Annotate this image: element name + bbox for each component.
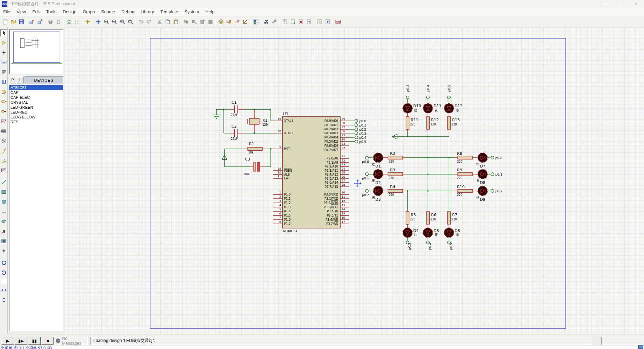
menu-edit[interactable]: Edit bbox=[29, 8, 43, 15]
terminal[interactable] bbox=[355, 136, 358, 139]
x-mirror-button[interactable] bbox=[0, 287, 7, 294]
resistor-body[interactable] bbox=[388, 156, 403, 159]
rotate-anticlockwise-button[interactable] bbox=[0, 269, 7, 276]
block-copy-button[interactable] bbox=[182, 18, 190, 26]
device-item-led-yellow[interactable]: LED-YELLOW bbox=[9, 115, 63, 119]
cut-button[interactable] bbox=[155, 18, 163, 26]
wire[interactable] bbox=[265, 149, 271, 167]
decompose-button[interactable] bbox=[241, 18, 249, 26]
schematic-canvas[interactable]: C122pFC222pFX112MR110kC310uFU1AT89C5119X… bbox=[65, 27, 644, 334]
device-item-cap-elec[interactable]: CAP-ELEC bbox=[9, 95, 63, 100]
terminal[interactable] bbox=[448, 96, 450, 99]
menu-view[interactable]: View bbox=[13, 8, 29, 15]
search-tags-button[interactable] bbox=[262, 18, 270, 26]
menu-system[interactable]: System bbox=[181, 8, 202, 15]
2d-text-button[interactable]: A bbox=[0, 228, 7, 235]
mcu-chip-u1[interactable]: U1AT89C5119XTAL118XTAL29RST29PSEN30ALE31… bbox=[273, 111, 366, 233]
toggle-grid-button[interactable] bbox=[73, 18, 81, 26]
device-item-crystal[interactable]: CRYSTAL bbox=[9, 100, 63, 105]
led-body[interactable] bbox=[444, 228, 454, 238]
export-section-button[interactable] bbox=[36, 18, 44, 26]
import-section-button[interactable] bbox=[28, 18, 36, 26]
2d-box-button[interactable] bbox=[0, 189, 7, 196]
2d-symbol-button[interactable]: S bbox=[0, 238, 7, 245]
zoom-in-button[interactable] bbox=[102, 18, 110, 26]
electrical-rule-check-button[interactable] bbox=[323, 18, 331, 26]
rotation-angle-field[interactable] bbox=[1, 279, 7, 284]
led-traffic-network[interactable]: p0.3D10红R11220p0.4D11黄R12220p0.5D12绿R132… bbox=[362, 85, 502, 250]
step-button[interactable]: ▮▶ bbox=[15, 337, 27, 345]
menu-template[interactable]: Template bbox=[157, 8, 181, 15]
device-item-res[interactable]: RES bbox=[9, 119, 63, 124]
pause-button[interactable]: ▮▮ bbox=[28, 337, 41, 345]
resistor-body[interactable] bbox=[248, 148, 262, 151]
led-body[interactable] bbox=[444, 104, 454, 113]
play-button[interactable]: ▶ bbox=[1, 337, 14, 345]
packaging-tool-button[interactable] bbox=[233, 18, 241, 26]
led-branch-top-D10[interactable]: p0.3D10红R11220 bbox=[403, 85, 421, 137]
block-rotate-button[interactable] bbox=[198, 18, 206, 26]
paste-button[interactable] bbox=[172, 18, 180, 26]
netlist-to-ares-button[interactable]: ARES bbox=[334, 18, 342, 26]
terminal[interactable] bbox=[355, 132, 358, 135]
print-button[interactable] bbox=[46, 18, 54, 26]
terminals-mode-button[interactable] bbox=[0, 98, 7, 105]
terminal[interactable] bbox=[427, 96, 429, 99]
led-branch-bottom-D4[interactable]: p0.3D4红R5220 bbox=[403, 212, 419, 250]
terminal[interactable] bbox=[406, 96, 409, 99]
redo-button[interactable] bbox=[145, 18, 153, 26]
buses-mode-button[interactable] bbox=[0, 78, 7, 85]
terminal[interactable] bbox=[491, 173, 494, 176]
resistor-body[interactable] bbox=[388, 190, 403, 193]
led-body[interactable] bbox=[403, 104, 412, 113]
oscillator-reset-section[interactable]: C122pFC222pFX112MR110kC310uF bbox=[212, 100, 274, 176]
menu-design[interactable]: Design bbox=[60, 8, 80, 15]
tape-recorder-mode-button[interactable] bbox=[0, 128, 7, 135]
generator-mode-button[interactable] bbox=[0, 137, 7, 144]
pick-device-button[interactable] bbox=[217, 18, 225, 26]
resistor-body[interactable] bbox=[448, 117, 451, 129]
2d-path-button[interactable] bbox=[0, 218, 7, 225]
copy-button[interactable] bbox=[163, 18, 172, 26]
make-device-button[interactable] bbox=[225, 18, 233, 26]
schematic-editor-canvas[interactable]: C122pFC222pFX112MR110kC310uFU1AT89C5119X… bbox=[65, 27, 644, 334]
pick-devices-button[interactable]: P bbox=[9, 76, 16, 83]
wire[interactable] bbox=[216, 109, 224, 115]
terminal[interactable] bbox=[355, 119, 358, 122]
refresh-display-button[interactable] bbox=[65, 18, 73, 26]
capacitor-plate-polarized[interactable] bbox=[257, 162, 260, 171]
resistor-body[interactable] bbox=[427, 212, 430, 224]
terminal[interactable] bbox=[355, 124, 358, 126]
led-body[interactable] bbox=[374, 186, 383, 196]
crystal-body[interactable] bbox=[249, 118, 259, 124]
led-body[interactable] bbox=[403, 228, 412, 238]
device-pins-mode-button[interactable] bbox=[0, 108, 7, 115]
mark-output-area-button[interactable] bbox=[54, 18, 62, 26]
led-body[interactable] bbox=[374, 170, 383, 179]
2d-line-button[interactable] bbox=[0, 179, 7, 186]
resistor-body[interactable] bbox=[448, 212, 451, 224]
led-body[interactable] bbox=[423, 228, 433, 238]
block-delete-button[interactable] bbox=[206, 18, 214, 26]
false-origin-button[interactable] bbox=[83, 18, 92, 26]
menu-tools[interactable]: Tools bbox=[43, 8, 60, 15]
capacitor-plate[interactable] bbox=[254, 162, 255, 171]
terminal[interactable] bbox=[355, 128, 358, 131]
save-file-button[interactable] bbox=[17, 18, 25, 26]
menu-file[interactable]: File bbox=[0, 8, 13, 15]
led-row-D3[interactable]: p0.2p0.2绿D3R4220R10220绿D9 bbox=[362, 185, 502, 202]
led-row-D1[interactable]: p0.0p0.0红D1R2220R8220红D7 bbox=[362, 151, 502, 169]
zoom-all-button[interactable] bbox=[118, 18, 126, 26]
device-item-cap[interactable]: CAP bbox=[9, 90, 63, 95]
2d-arc-button[interactable] bbox=[0, 208, 7, 215]
subcircuit-mode-button[interactable] bbox=[0, 88, 7, 95]
menu-source[interactable]: Source bbox=[98, 8, 118, 15]
menu-debug[interactable]: Debug bbox=[118, 8, 137, 15]
stop-button[interactable]: ■ bbox=[41, 337, 54, 345]
menu-library[interactable]: Library bbox=[137, 8, 157, 15]
resistor-body[interactable] bbox=[458, 190, 472, 193]
resistor-body[interactable] bbox=[388, 173, 403, 176]
y-mirror-button[interactable] bbox=[0, 296, 7, 303]
block-move-button[interactable] bbox=[190, 18, 198, 26]
minimize-button[interactable]: ─ bbox=[598, 0, 613, 8]
